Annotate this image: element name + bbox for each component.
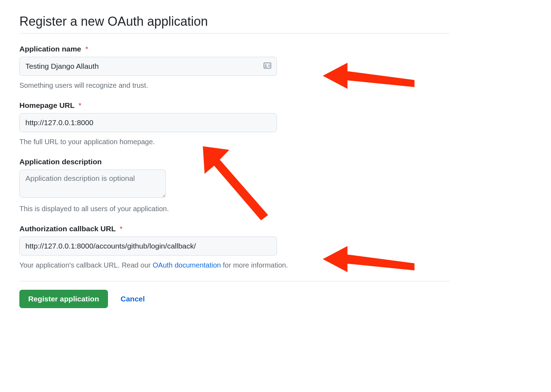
app-name-help: Something users will recognize and trust… [19,80,532,91]
field-homepage-url: Homepage URL * The full URL to your appl… [19,101,532,147]
callback-url-label: Authorization callback URL * [19,225,532,233]
page-title: Register a new OAuth application [19,14,450,33]
required-asterisk: * [120,225,123,233]
required-asterisk: * [85,45,88,53]
app-name-label-text: Application name [19,45,81,53]
description-help: This is displayed to all users of your a… [19,203,532,214]
homepage-url-label-text: Homepage URL [19,101,74,109]
callback-url-help: Your application's callback URL. Read ou… [19,260,532,270]
description-label: Application description [19,158,532,166]
field-callback-url: Authorization callback URL * Your applic… [19,225,532,270]
app-name-label: Application name * [19,45,532,53]
app-name-input-wrap [19,57,277,76]
cancel-button[interactable]: Cancel [121,295,145,303]
homepage-url-label: Homepage URL * [19,101,532,110]
divider [19,281,450,281]
register-application-button[interactable]: Register application [19,290,108,308]
oauth-docs-link[interactable]: OAuth documentation [153,261,221,269]
homepage-url-help: The full URL to your application homepag… [19,136,532,147]
description-label-text: Application description [19,158,102,166]
callback-url-input[interactable] [19,237,277,256]
required-asterisk: * [79,102,81,109]
callback-url-label-text: Authorization callback URL [19,225,116,233]
app-name-input[interactable] [19,57,277,76]
form-actions: Register application Cancel [19,290,532,308]
homepage-url-input[interactable] [19,113,277,132]
description-textarea[interactable] [19,170,166,198]
callback-help-prefix: Your application's callback URL. Read ou… [19,261,153,269]
field-app-name: Application name * Something users will … [19,45,532,91]
callback-help-suffix: for more information. [221,261,288,269]
page-container: Register a new OAuth application Applica… [19,14,532,308]
field-description: Application description This is displaye… [19,158,532,214]
